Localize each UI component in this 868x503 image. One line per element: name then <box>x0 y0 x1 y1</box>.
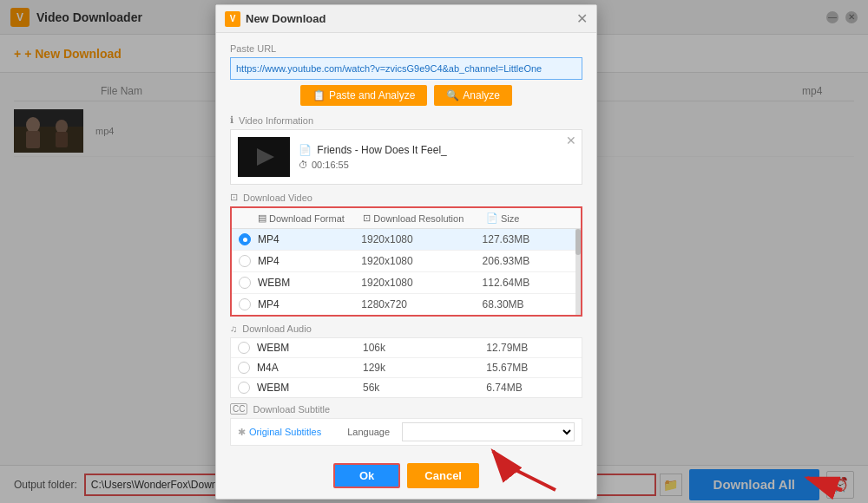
scrollbar-thumb <box>575 229 581 255</box>
download-audio-header: ♫ Download Audio <box>230 323 582 334</box>
audio-radio-2 <box>238 362 250 374</box>
info-icon: ℹ <box>230 114 233 126</box>
url-input[interactable] <box>230 57 582 80</box>
video-thumb-svg <box>238 137 290 177</box>
search-icon: 🔍 <box>446 89 459 101</box>
paste-analyze-label: Paste and Analyze <box>329 89 415 101</box>
video-info-label: Video Information <box>239 115 313 126</box>
video-title-text: Friends - How Does It Feel_ <box>317 144 446 156</box>
format-header-text: Download Format <box>269 213 345 224</box>
radio-4 <box>239 298 251 310</box>
url-label: Paste URL <box>230 43 582 54</box>
audio-1-format: WEBM <box>257 342 363 354</box>
language-select[interactable] <box>402 422 575 441</box>
radio-3 <box>239 277 251 289</box>
cancel-button[interactable]: Cancel <box>407 463 479 488</box>
video-thumbnail <box>238 137 290 177</box>
resolution-header-icon: ⊡ <box>363 212 371 224</box>
resolution-header: ⊡ Download Resolution <box>363 212 486 224</box>
paste-icon: 📋 <box>312 89 326 101</box>
modal-overlay: V New Download ✕ Paste URL 📋 Paste and A… <box>0 0 868 503</box>
download-video-icon: ⊡ <box>230 192 238 203</box>
row-3-size: 112.64MB <box>483 277 569 289</box>
modal-titlebar: V New Download ✕ <box>216 5 596 33</box>
size-header-text: Size <box>501 213 519 224</box>
radio-2 <box>239 255 251 267</box>
format-header: ▤ Download Format <box>239 212 363 224</box>
video-row-4[interactable]: MP4 1280x720 68.30MB <box>232 294 575 315</box>
audio-1-bitrate: 106k <box>363 342 486 354</box>
row-1-resolution: 1920x1080 <box>361 233 482 245</box>
audio-row-2[interactable]: M4A 129k 15.67MB <box>231 358 582 378</box>
analyze-label: Analyze <box>463 89 500 101</box>
settings-icon: ✱ <box>238 427 246 438</box>
url-section: Paste URL 📋 Paste and Analyze 🔍 Analyze <box>230 43 582 106</box>
audio-row-3[interactable]: WEBM 56k 6.74MB <box>231 378 582 397</box>
modal-title: New Download <box>246 12 326 25</box>
download-video-label: Download Video <box>243 193 312 203</box>
modal-title-left: V New Download <box>225 11 326 27</box>
audio-1-size: 12.79MB <box>486 342 575 354</box>
row-4-format: MP4 <box>258 298 361 310</box>
row-3-resolution: 1920x1080 <box>361 277 482 289</box>
modal-body: Paste URL 📋 Paste and Analyze 🔍 Analyze <box>216 33 596 456</box>
modal-icon: V <box>225 11 240 27</box>
original-subtitles-link[interactable]: Original Subtitles <box>249 427 321 437</box>
download-table-body: MP4 1920x1080 127.63MB MP4 1920x1080 206… <box>232 229 575 315</box>
row-4-resolution: 1280x720 <box>361 298 482 310</box>
video-info-box: 📄 Friends - How Does It Feel_ ⏱ 00:16:55… <box>230 129 582 185</box>
audio-radio-1 <box>238 342 250 354</box>
row-4-size: 68.30MB <box>483 298 569 310</box>
new-download-dialog: V New Download ✕ Paste URL 📋 Paste and A… <box>215 4 597 500</box>
video-title: 📄 Friends - How Does It Feel_ <box>299 144 575 156</box>
subtitle-settings-wrap: ✱ Original Subtitles <box>238 427 321 438</box>
duration-text: 00:16:55 <box>312 160 349 170</box>
download-subtitle-header: CC Download Subtitle <box>230 403 582 415</box>
audio-row-1[interactable]: WEBM 106k 12.79MB <box>231 338 582 358</box>
download-video-table: ▤ Download Format ⊡ Download Resolution … <box>230 206 582 317</box>
analyze-button[interactable]: 🔍 Analyze <box>434 85 512 106</box>
download-table-body-wrap: MP4 1920x1080 127.63MB MP4 1920x1080 206… <box>232 229 581 315</box>
radio-1 <box>239 233 251 245</box>
video-info-header: ℹ Video Information <box>230 114 582 126</box>
video-duration: ⏱ 00:16:55 <box>299 160 575 170</box>
audio-2-bitrate: 129k <box>363 362 486 374</box>
row-3-format: WEBM <box>258 277 361 289</box>
size-header: 📄 Size <box>486 212 574 224</box>
row-1-format: MP4 <box>258 233 361 245</box>
audio-2-size: 15.67MB <box>486 362 575 374</box>
download-subtitle-label: Download Subtitle <box>253 404 330 415</box>
ok-button[interactable]: Ok <box>333 463 400 488</box>
download-audio-table: WEBM 106k 12.79MB M4A 129k 15.67MB WEBM … <box>230 337 582 398</box>
close-info-button[interactable]: ✕ <box>566 134 576 147</box>
resolution-header-text: Download Resolution <box>373 213 464 224</box>
row-2-size: 206.93MB <box>483 255 569 267</box>
subtitle-icon: CC <box>230 403 247 415</box>
download-table-header: ▤ Download Format ⊡ Download Resolution … <box>232 208 581 229</box>
subtitle-row: ✱ Original Subtitles Language <box>230 418 582 446</box>
language-label: Language <box>347 427 390 437</box>
file-icon: 📄 <box>299 144 312 156</box>
app-window: V Video Downloader — ✕ + + New Download … <box>0 0 868 503</box>
url-buttons: 📋 Paste and Analyze 🔍 Analyze <box>230 85 582 106</box>
size-header-icon: 📄 <box>486 212 498 224</box>
download-video-header: ⊡ Download Video <box>230 192 582 203</box>
audio-2-format: M4A <box>257 362 363 374</box>
audio-3-size: 6.74MB <box>486 382 575 394</box>
row-2-format: MP4 <box>258 255 361 267</box>
paste-analyze-button[interactable]: 📋 Paste and Analyze <box>300 85 427 106</box>
audio-3-bitrate: 56k <box>363 382 486 394</box>
video-row-3[interactable]: WEBM 1920x1080 112.64MB <box>232 272 575 294</box>
row-1-size: 127.63MB <box>483 233 569 245</box>
audio-radio-3 <box>238 382 250 394</box>
download-audio-icon: ♫ <box>230 323 237 334</box>
video-row-1[interactable]: MP4 1920x1080 127.63MB <box>232 229 575 251</box>
audio-3-format: WEBM <box>257 382 363 394</box>
video-row-2[interactable]: MP4 1920x1080 206.93MB <box>232 251 575 272</box>
modal-close-button[interactable]: ✕ <box>576 12 588 26</box>
video-meta: 📄 Friends - How Does It Feel_ ⏱ 00:16:55 <box>299 144 575 170</box>
row-2-resolution: 1920x1080 <box>361 255 482 267</box>
clock-icon: ⏱ <box>299 160 308 170</box>
video-table-scrollbar[interactable] <box>575 229 581 315</box>
modal-footer: Ok Cancel <box>216 456 596 499</box>
